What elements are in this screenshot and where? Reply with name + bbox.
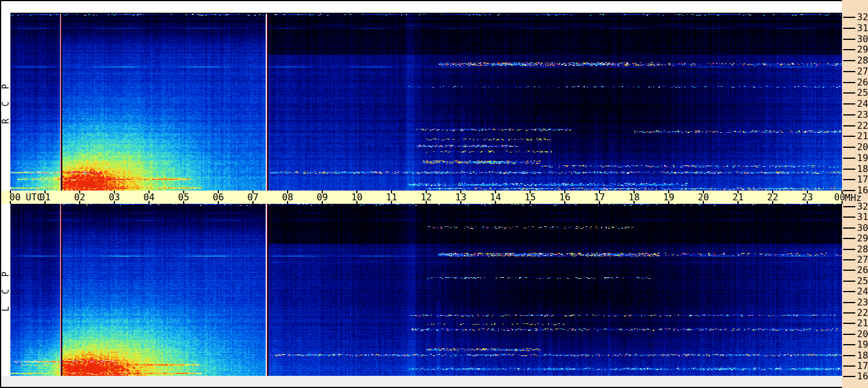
freq-label: 32 <box>857 12 868 22</box>
hour-label: 15 <box>524 192 535 202</box>
title-bar: AJ4CO Observatory 31 Jul 2020 - DPS on T… <box>1 1 842 13</box>
freq-tick <box>843 39 855 40</box>
freq-label: 29 <box>857 44 868 54</box>
freq-label: 22 <box>857 121 868 130</box>
freq-tick <box>843 82 855 83</box>
freq-tick <box>843 103 855 105</box>
rcp-spectrogram-panel[interactable] <box>10 14 842 191</box>
freq-tick <box>843 125 855 126</box>
freq-label: 30 <box>857 34 868 44</box>
hour-label: 08 <box>282 192 293 202</box>
freq-tick <box>843 147 855 148</box>
freq-label: 16 <box>857 371 868 381</box>
freq-tick <box>843 60 855 61</box>
freq-tick <box>843 302 855 303</box>
freq-label: 18 <box>857 164 868 174</box>
hour-label: 14 <box>490 192 501 202</box>
freq-label: 21 <box>857 131 868 141</box>
hour-label: 19 <box>663 192 674 202</box>
freq-tick <box>843 190 855 191</box>
lcp-polarization-label: L C P <box>0 255 12 324</box>
freq-tick <box>843 179 855 180</box>
freq-label: 25 <box>857 276 868 286</box>
freq-label: 32 <box>857 202 868 211</box>
freq-label: 17 <box>857 361 868 371</box>
freq-label: 31 <box>857 23 868 33</box>
freq-label: 22 <box>857 308 868 318</box>
freq-label: 18 <box>857 350 868 360</box>
freq-tick <box>843 71 855 72</box>
freq-tick <box>843 114 855 115</box>
freq-label: 26 <box>857 77 868 87</box>
hour-label: 10 <box>351 192 362 202</box>
hour-label: 12 <box>420 192 431 202</box>
freq-tick <box>843 270 855 271</box>
hour-label: 20 <box>698 192 709 202</box>
freq-label: 23 <box>857 297 868 307</box>
freq-label: 31 <box>857 212 868 222</box>
freq-tick <box>843 365 855 367</box>
freq-label: 23 <box>857 110 868 120</box>
freq-label: 27 <box>857 255 868 264</box>
hour-label: 07 <box>247 192 258 202</box>
freq-tick <box>843 169 855 170</box>
hour-label: 21 <box>732 192 743 202</box>
lcp-spectrogram-panel[interactable] <box>10 204 842 376</box>
hour-label: 02 <box>74 192 85 202</box>
freq-label: 20 <box>857 329 868 339</box>
freq-tick <box>843 238 855 239</box>
hour-label: 00 <box>9 192 20 202</box>
freq-label: 29 <box>857 233 868 243</box>
freq-label: 28 <box>857 55 868 65</box>
freq-tick <box>843 259 855 260</box>
hour-label: 06 <box>213 192 223 202</box>
hour-label: 13 <box>455 192 466 202</box>
freq-label: 24 <box>857 286 868 296</box>
freq-tick <box>843 92 855 94</box>
freq-label: 30 <box>857 223 868 233</box>
freq-label: 20 <box>857 142 868 152</box>
hour-label: 16 <box>559 192 570 202</box>
hour-label: 04 <box>143 192 154 202</box>
freq-tick <box>843 249 855 250</box>
freq-tick <box>843 217 855 218</box>
freq-tick <box>843 376 855 377</box>
hour-label: 03 <box>109 192 120 202</box>
utc-label: UTC <box>26 192 43 202</box>
hour-label: 09 <box>316 192 327 202</box>
hour-label: 11 <box>386 192 397 202</box>
bottom-strip <box>1 376 842 387</box>
freq-label: 19 <box>857 339 868 349</box>
freq-tick <box>843 206 855 207</box>
freq-label: 21 <box>857 318 868 328</box>
freq-tick <box>843 28 855 29</box>
freq-label: 24 <box>857 99 868 109</box>
freq-label: 26 <box>857 265 868 275</box>
freq-tick <box>843 136 855 137</box>
hour-label: 17 <box>594 192 605 202</box>
freq-tick <box>843 49 855 50</box>
rcp-polarization-label: R C P <box>0 68 12 137</box>
freq-tick <box>843 334 855 335</box>
freq-tick <box>843 344 855 345</box>
spectrograph-window: AJ4CO Observatory 31 Jul 2020 - DPS on T… <box>0 0 868 388</box>
hour-label: 18 <box>628 192 639 202</box>
freq-label: 16 <box>857 185 868 195</box>
freq-tick <box>843 17 855 18</box>
hour-label: 05 <box>178 192 189 202</box>
freq-tick <box>843 227 855 229</box>
freq-tick <box>843 355 855 356</box>
hour-label: 22 <box>767 192 778 202</box>
freq-tick <box>843 158 855 159</box>
hour-label: 23 <box>802 192 813 202</box>
freq-label: 25 <box>857 88 868 98</box>
freq-label: 17 <box>857 174 868 184</box>
freq-tick <box>843 291 855 292</box>
freq-label: 28 <box>857 244 868 254</box>
freq-tick <box>843 312 855 314</box>
time-axis: 0001020304050607080910111213141516171819… <box>1 191 842 204</box>
freq-tick <box>843 281 855 282</box>
hour-label: 00 <box>834 192 845 202</box>
freq-label: 27 <box>857 66 868 76</box>
freq-tick <box>843 323 855 324</box>
